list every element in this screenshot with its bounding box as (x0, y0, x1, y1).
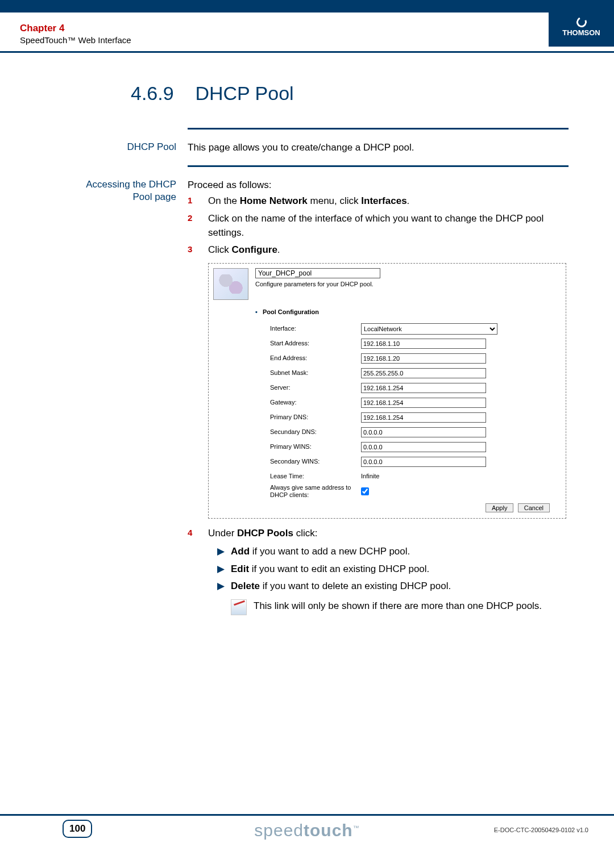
text-dhcp-pool: This page allows you to create/change a … (188, 141, 569, 155)
row-gateway: Gateway: (270, 395, 561, 410)
content-area: DHCP Pool This page allows you to create… (74, 128, 569, 625)
secondary-dns-input[interactable] (361, 427, 486, 437)
label-dhcp-pool: DHCP Pool (74, 141, 188, 155)
button-row: Apply Cancel (213, 503, 550, 513)
step-text: Click Configure. (208, 243, 569, 257)
bullet-icon: • (255, 308, 258, 315)
step-4: 4 Under DHCP Pools click: (188, 527, 569, 541)
arrow-item-edit: ▶ Edit if you want to edit an existing D… (217, 562, 569, 577)
footer-rule (0, 814, 614, 816)
arrow-icon: ▶ (217, 579, 231, 594)
row-server: Server: (270, 381, 561, 395)
arrow-icon: ▶ (217, 562, 231, 577)
row-start: Start Address: (270, 336, 561, 351)
server-input[interactable] (361, 383, 486, 393)
header-rule (0, 51, 614, 53)
row-same-addr: Always give same address to DHCP clients… (270, 484, 561, 499)
primary-wins-input[interactable] (361, 442, 486, 452)
row-interface: Interface: LocalNetwork (270, 322, 561, 336)
chapter-subtitle: SpeedTouch™ Web Interface (20, 35, 131, 45)
step-text: Click on the name of the interface of wh… (208, 212, 569, 240)
end-address-input[interactable] (361, 353, 486, 364)
doc-id: E-DOC-CTC-20050429-0102 v1.0 (494, 827, 588, 833)
page-header: Chapter 4 SpeedTouch™ Web Interface (20, 23, 131, 45)
page-footer: 100 speedtouch™ E-DOC-CTC-20050429-0102 … (0, 814, 614, 848)
step-num: 1 (188, 194, 208, 208)
interface-select[interactable]: LocalNetwork (361, 323, 497, 335)
row-swins: Secondary WINS: (270, 454, 561, 469)
block-access: Accessing the DHCP Pool page Proceed as … (74, 167, 569, 625)
access-intro: Proceed as follows: (188, 178, 569, 193)
lease-value: Infinite (361, 472, 379, 481)
apply-button[interactable]: Apply (486, 503, 514, 512)
footer-brand: speedtouch™ (254, 821, 359, 840)
section-number: 4.6.9 (131, 82, 174, 104)
step-num: 4 (188, 527, 208, 541)
row-lease: Lease Time: Infinite (270, 469, 561, 484)
chapter-title: Chapter 4 (20, 23, 131, 34)
ss-header: Configure parameters for your DHCP pool. (213, 268, 561, 300)
row-subnet: Subnet Mask: (270, 366, 561, 381)
gateway-input[interactable] (361, 398, 486, 408)
step-num: 3 (188, 243, 208, 257)
brand-logo: THOMSON (549, 12, 614, 47)
page-number: 100 (63, 820, 92, 838)
label-access: Accessing the DHCP Pool page (74, 178, 188, 615)
config-screenshot: Configure parameters for your DHCP pool.… (208, 263, 566, 519)
section-heading: 4.6.9 DHCP Pool (131, 82, 294, 105)
row-pwins: Primary WINS: (270, 440, 561, 454)
note-text: This link will only be shown if there ar… (254, 599, 542, 615)
note-icon (231, 599, 247, 615)
body-access: Proceed as follows: 1 On the Home Networ… (188, 178, 569, 615)
pool-name-input[interactable] (255, 268, 380, 278)
row-pdns: Primary DNS: (270, 410, 561, 425)
step-num: 2 (188, 212, 208, 240)
brand-ring-icon (575, 15, 588, 28)
section-title: DHCP Pool (195, 82, 293, 104)
secondary-wins-input[interactable] (361, 457, 486, 467)
step-text: On the Home Network menu, click Interfac… (208, 194, 569, 208)
pool-icon (213, 268, 248, 300)
top-bar (0, 0, 614, 12)
cancel-button[interactable]: Cancel (518, 503, 550, 512)
step-text: Under DHCP Pools click: (208, 527, 569, 541)
primary-dns-input[interactable] (361, 412, 486, 423)
step-2: 2 Click on the name of the interface of … (188, 212, 569, 240)
same-address-checkbox[interactable] (361, 487, 369, 495)
arrow-item-delete: ▶ Delete if you want to delete an existi… (217, 579, 569, 594)
arrow-icon: ▶ (217, 545, 231, 559)
config-table: Interface: LocalNetwork Start Address: E… (270, 322, 561, 499)
row-end: End Address: (270, 351, 561, 366)
arrow-list: ▶ Add if you want to add a new DCHP pool… (188, 545, 569, 594)
step-1: 1 On the Home Network menu, click Interf… (188, 194, 569, 208)
steps-list: 1 On the Home Network menu, click Interf… (188, 194, 569, 257)
pool-config-heading: • Pool Configuration (255, 308, 561, 317)
row-sdns: Secundary DNS: (270, 425, 561, 440)
brand-name: THOMSON (549, 28, 614, 37)
note: This link will only be shown if there ar… (231, 599, 569, 615)
arrow-item-add: ▶ Add if you want to add a new DCHP pool… (217, 545, 569, 559)
start-address-input[interactable] (361, 339, 486, 349)
steps-list-cont: 4 Under DHCP Pools click: (188, 527, 569, 541)
pool-subtitle: Configure parameters for your DHCP pool. (255, 280, 380, 289)
subnet-mask-input[interactable] (361, 368, 486, 378)
block-dhcp-pool: DHCP Pool This page allows you to create… (74, 130, 569, 165)
step-3: 3 Click Configure. (188, 243, 569, 257)
